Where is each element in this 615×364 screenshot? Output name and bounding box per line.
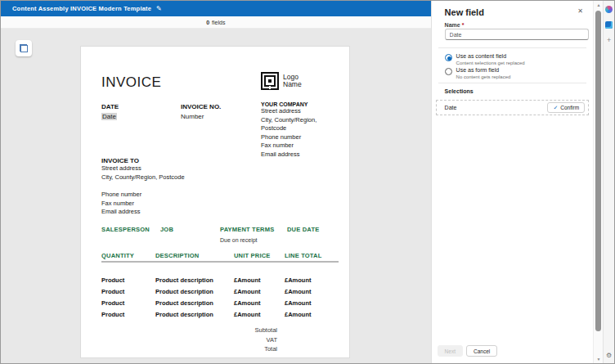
invoice-to-heading: INVOICE TO <box>101 157 224 164</box>
template-title: Content Assembly INVOICE Modern Template <box>12 5 151 12</box>
date-label: DATE <box>101 103 119 110</box>
subtotal-label: Subtotal <box>195 326 277 335</box>
table-row: Product <box>101 276 124 284</box>
new-field-panel: New field ✕ Name* Use as content field C… <box>431 1 593 363</box>
check-icon: ✓ <box>553 105 558 111</box>
job-header: JOB <box>160 226 173 233</box>
col-unit-price: UNIT PRICE <box>234 252 271 259</box>
total-label: Total <box>195 344 277 354</box>
date-selection-highlight[interactable]: Date <box>101 113 117 120</box>
your-company-heading: YOUR COMPANY <box>261 101 343 107</box>
invoice-no-value: Number <box>181 113 204 120</box>
scrollbar-thumb[interactable] <box>595 11 601 331</box>
next-button[interactable]: Next <box>438 345 463 357</box>
panel-footer: Next Cancel <box>438 345 498 357</box>
fields-count-label: fields <box>212 20 225 25</box>
main-area: Content Assembly INVOICE Modern Template… <box>1 1 431 363</box>
fields-count: 0 <box>206 20 209 25</box>
divider <box>438 47 586 48</box>
copilot-icon[interactable] <box>605 6 613 13</box>
vat-label: VAT <box>195 335 277 345</box>
totals-block: Subtotal VAT Total <box>195 326 277 354</box>
sidebar-settings-gear-icon[interactable]: ⚙ <box>606 352 612 359</box>
document-canvas: INVOICE Logo Name DATE Date <box>1 29 431 363</box>
radio-selected-icon[interactable] <box>445 54 452 61</box>
window-scrollbar[interactable]: ▲ ▼ <box>593 1 603 363</box>
selection-row[interactable]: Date ✓ Confirm <box>436 100 589 115</box>
table-row: Product <box>101 288 124 295</box>
invoice-to-block: INVOICE TO Street address City, County/R… <box>101 157 224 217</box>
due-date-header: DUE DATE <box>287 226 319 233</box>
col-description: DESCRIPTION <box>155 252 199 259</box>
radio-content-field[interactable]: Use as content field Content selections … <box>445 53 525 65</box>
selections-label: Selections <box>445 88 474 94</box>
salesperson-header: SALESPERSON <box>101 226 150 233</box>
radio-form-field[interactable]: Use as form field No content gets replac… <box>445 67 511 79</box>
confirm-button[interactable]: ✓ Confirm <box>547 102 585 113</box>
payment-terms-header: PAYMENT TERMS <box>220 226 274 233</box>
logo-name: Logo Name <box>283 74 302 89</box>
close-icon[interactable]: ✕ <box>577 7 583 15</box>
table-header-rule <box>101 261 339 263</box>
col-line-total: LINE TOTAL <box>285 252 321 259</box>
app-window: Content Assembly INVOICE Modern Template… <box>0 0 615 364</box>
name-label: Name* <box>445 22 465 28</box>
browser-sidebar: + ⚙ <box>603 1 614 363</box>
cancel-button[interactable]: Cancel <box>466 345 497 357</box>
col-quantity: QUANTITY <box>101 252 134 259</box>
panel-title: New field <box>445 7 484 17</box>
table-row: Product <box>101 299 124 307</box>
invoice-title: INVOICE <box>101 74 161 91</box>
edit-title-pencil-icon[interactable]: ✎ <box>156 5 162 12</box>
name-input[interactable] <box>445 29 589 40</box>
required-asterisk: * <box>462 22 465 28</box>
pages-icon <box>20 44 28 52</box>
logo-block: Logo Name <box>261 72 302 90</box>
invoice-page: INVOICE Logo Name DATE Date <box>80 46 350 358</box>
m365-app-icon[interactable] <box>605 21 613 29</box>
payment-terms-value: Due on receipt <box>220 237 258 243</box>
your-company-block: YOUR COMPANY Street address City, County… <box>261 101 343 159</box>
selection-item-text: Date <box>445 105 548 110</box>
template-titlebar: Content Assembly INVOICE Modern Template… <box>1 1 431 16</box>
date-value: Date <box>101 113 117 120</box>
add-sidebar-item-icon[interactable]: + <box>607 37 611 44</box>
invoice-no-label: INVOICE NO. <box>181 103 221 110</box>
page-thumbnails-button[interactable] <box>16 40 32 56</box>
table-row: Product <box>101 311 124 318</box>
radio-unselected-icon[interactable] <box>445 68 452 75</box>
divider <box>438 83 586 83</box>
fields-count-bar: 0 fields <box>1 16 431 29</box>
logo-icon <box>261 72 279 90</box>
